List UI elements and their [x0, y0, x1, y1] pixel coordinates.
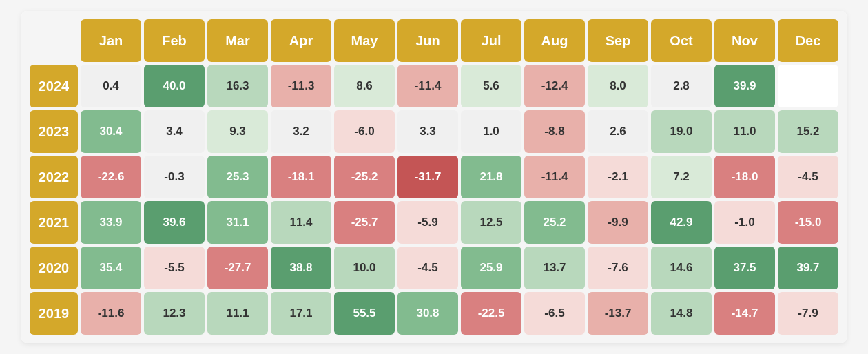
cell-2020-Oct: 14.6 — [651, 247, 712, 289]
row-year-2019: 2019 — [30, 292, 78, 335]
cell-2020-Aug: 13.7 — [524, 247, 585, 289]
cell-2021-Sep: -9.9 — [588, 201, 648, 244]
cell-2023-Jul: 1.0 — [461, 110, 521, 153]
cell-2021-Dec: -15.0 — [778, 201, 838, 244]
header-month-sep: Sep — [588, 19, 648, 62]
cell-2023-Aug: -8.8 — [524, 110, 585, 153]
cell-2020-Nov: 37.5 — [714, 247, 775, 289]
cell-2023-Oct: 19.0 — [651, 110, 712, 153]
header-month-jul: Jul — [461, 19, 521, 62]
header-month-dec: Dec — [778, 19, 838, 62]
header-month-jun: Jun — [397, 19, 458, 62]
cell-2023-Mar: 9.3 — [207, 110, 268, 153]
cell-2020-Sep: -7.6 — [588, 247, 648, 289]
cell-2024-Jun: -11.4 — [397, 65, 458, 107]
cell-2022-Oct: 7.2 — [651, 156, 712, 198]
cell-2020-Mar: -27.7 — [207, 247, 268, 289]
cell-2021-May: -25.7 — [334, 201, 395, 244]
cell-2022-Jul: 21.8 — [461, 156, 521, 198]
cell-2022-Feb: -0.3 — [144, 156, 205, 198]
cell-2019-Jul: -22.5 — [461, 292, 521, 335]
cell-2023-Nov: 11.0 — [714, 110, 775, 153]
cell-2020-Jan: 35.4 — [81, 247, 141, 289]
cell-2022-Mar: 25.3 — [207, 156, 268, 198]
cell-2023-Sep: 2.6 — [588, 110, 648, 153]
header-month-oct: Oct — [651, 19, 712, 62]
cell-2022-Aug: -11.4 — [524, 156, 585, 198]
cell-2019-Sep: -13.7 — [588, 292, 648, 335]
cell-2019-Aug: -6.5 — [524, 292, 585, 335]
row-year-2020: 2020 — [30, 247, 78, 289]
header-month-aug: Aug — [524, 19, 585, 62]
header-month-mar: Mar — [207, 19, 268, 62]
cell-2024-Jul: 5.6 — [461, 65, 521, 107]
row-year-2023: 2023 — [30, 110, 78, 153]
cell-2021-Aug: 25.2 — [524, 201, 585, 244]
cell-2020-May: 10.0 — [334, 247, 395, 289]
header-month-may: May — [334, 19, 395, 62]
cell-2019-Feb: 12.3 — [144, 292, 205, 335]
cell-2024-Jan: 0.4 — [81, 65, 141, 107]
cell-2023-Apr: 3.2 — [271, 110, 331, 153]
cell-2023-May: -6.0 — [334, 110, 395, 153]
cell-2024-Aug: -12.4 — [524, 65, 585, 107]
cell-2019-Apr: 17.1 — [271, 292, 331, 335]
cell-2021-Feb: 39.6 — [144, 201, 205, 244]
cell-2021-Nov: -1.0 — [714, 201, 775, 244]
row-year-2021: 2021 — [30, 201, 78, 244]
cell-2023-Dec: 15.2 — [778, 110, 838, 153]
header-month-jan: Jan — [81, 19, 141, 62]
cell-2022-May: -25.2 — [334, 156, 395, 198]
header-month-apr: Apr — [271, 19, 331, 62]
cell-2022-Jan: -22.6 — [81, 156, 141, 198]
cell-2019-Dec: -7.9 — [778, 292, 838, 335]
cell-2024-Apr: -11.3 — [271, 65, 331, 107]
cell-2019-Jan: -11.6 — [81, 292, 141, 335]
cell-2019-Nov: -14.7 — [714, 292, 775, 335]
cell-2024-Sep: 8.0 — [588, 65, 648, 107]
cell-2023-Jan: 30.4 — [81, 110, 141, 153]
cell-2021-Oct: 42.9 — [651, 201, 712, 244]
cell-2022-Sep: -2.1 — [588, 156, 648, 198]
header-month-feb: Feb — [144, 19, 205, 62]
cell-2019-Jun: 30.8 — [397, 292, 458, 335]
cell-2021-Jul: 12.5 — [461, 201, 521, 244]
cell-2022-Jun: -31.7 — [397, 156, 458, 198]
heatmap-table: JanFebMarAprMayJunJulAugSepOctNovDec 202… — [21, 11, 847, 343]
cell-2019-May: 55.5 — [334, 292, 395, 335]
cell-2022-Apr: -18.1 — [271, 156, 331, 198]
heatmap-table-container: JanFebMarAprMayJunJulAugSepOctNovDec 202… — [21, 11, 847, 343]
cell-2020-Feb: -5.5 — [144, 247, 205, 289]
cell-2022-Nov: -18.0 — [714, 156, 775, 198]
cell-2021-Jun: -5.9 — [397, 201, 458, 244]
cell-2021-Jan: 33.9 — [81, 201, 141, 244]
header-empty — [30, 19, 78, 62]
cell-2024-May: 8.6 — [334, 65, 395, 107]
row-year-2024: 2024 — [30, 65, 78, 107]
cell-2024-Dec — [778, 65, 838, 107]
header-month-nov: Nov — [714, 19, 775, 62]
cell-2023-Jun: 3.3 — [397, 110, 458, 153]
cell-2024-Oct: 2.8 — [651, 65, 712, 107]
cell-2020-Jun: -4.5 — [397, 247, 458, 289]
cell-2020-Jul: 25.9 — [461, 247, 521, 289]
cell-2022-Dec: -4.5 — [778, 156, 838, 198]
cell-2020-Dec: 39.7 — [778, 247, 838, 289]
cell-2024-Nov: 39.9 — [714, 65, 775, 107]
row-year-2022: 2022 — [30, 156, 78, 198]
cell-2021-Apr: 11.4 — [271, 201, 331, 244]
cell-2020-Apr: 38.8 — [271, 247, 331, 289]
cell-2023-Feb: 3.4 — [144, 110, 205, 153]
cell-2024-Mar: 16.3 — [207, 65, 268, 107]
cell-2021-Mar: 31.1 — [207, 201, 268, 244]
cell-2019-Oct: 14.8 — [651, 292, 712, 335]
cell-2024-Feb: 40.0 — [144, 65, 205, 107]
cell-2019-Mar: 11.1 — [207, 292, 268, 335]
